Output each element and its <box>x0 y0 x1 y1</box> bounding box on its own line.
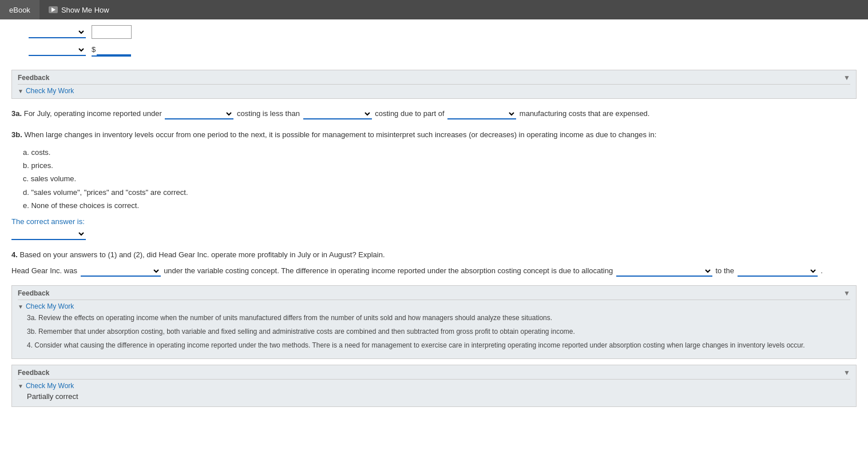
check-my-work-3[interactable]: Check My Work <box>18 382 850 390</box>
feedback-label-1: Feedback <box>18 74 49 82</box>
answer-choices-3b: a. costs. b. prices. c. sales volume. d.… <box>23 146 857 213</box>
question-3a: 3a. For July, operating income reported … <box>11 108 857 120</box>
show-me-how-tab[interactable]: Show Me How <box>39 0 118 19</box>
form-row-1 <box>29 25 857 39</box>
dollar-input-wrapper: $ <box>92 43 131 57</box>
ebook-label: eBook <box>9 6 30 14</box>
check-my-work-1[interactable]: Check My Work <box>18 87 850 95</box>
question-3a-text-middle1: costing is less than <box>237 109 300 118</box>
dollar-input[interactable] <box>97 43 131 55</box>
form-row-2: $ <box>29 43 857 57</box>
question-3a-text-middle2: costing due to part of <box>375 109 444 118</box>
feedback-body-3b: 3b. Remember that under absorption costi… <box>27 326 850 337</box>
question-3a-select3[interactable]: fixed variable <box>447 109 516 119</box>
feedback-body-3a: 3a. Review the effects on operating inco… <box>27 313 850 323</box>
question-3b-label: 3b. <box>11 130 22 139</box>
feedback-body-2: 3a. Review the effects on operating inco… <box>18 310 850 355</box>
choice-c: c. sales volume. <box>23 172 857 185</box>
top-navigation: eBook Show Me How <box>0 0 868 19</box>
check-my-work-2[interactable]: Check My Work <box>18 302 850 310</box>
question-3a-text-after: manufacturing costs that are expensed. <box>520 109 650 118</box>
video-icon <box>49 6 58 13</box>
question-4-sentence-end: . <box>821 266 823 275</box>
question-4-answer: Head Gear Inc. was more profitable less … <box>11 265 857 277</box>
top-input-box-1[interactable] <box>92 25 132 39</box>
feedback-section-3: Feedback ▼ Check My Work Partially corre… <box>11 365 857 407</box>
feedback-body-4: 4. Consider what causing the difference … <box>27 340 850 350</box>
feedback-toggle-1[interactable]: ▼ <box>843 74 850 82</box>
feedback-toggle-3[interactable]: ▼ <box>843 369 850 377</box>
question-3a-select1[interactable]: variable absorption <box>165 109 233 119</box>
feedback-header-2: Feedback ▼ <box>18 289 850 297</box>
question-3a-label: 3a. <box>11 109 22 118</box>
feedback-toggle-2[interactable]: ▼ <box>843 289 850 297</box>
choice-b: b. prices. <box>23 159 857 172</box>
choice-e: e. None of these choices is correct. <box>23 199 857 212</box>
question-4-select2[interactable]: fixed manufacturing costs variable costs <box>616 266 712 277</box>
ebook-tab[interactable]: eBook <box>0 0 39 19</box>
main-content: $ Feedback ▼ Check My Work 3a. For July,… <box>0 19 868 424</box>
question-4-text: Based on your answers to (1) and (2), di… <box>19 250 385 259</box>
partially-correct-status: Partially correct <box>18 390 850 403</box>
question-4-sentence-middle1: under the variable costing concept. The … <box>164 266 613 275</box>
top-select-1[interactable] <box>29 26 86 38</box>
answer-select-3b[interactable]: a b c d e <box>11 228 86 240</box>
divider-1 <box>18 84 850 85</box>
feedback-header-1: Feedback ▼ <box>18 74 850 82</box>
feedback-label-3: Feedback <box>18 369 49 377</box>
feedback-header-3: Feedback ▼ <box>18 369 850 377</box>
divider-3 <box>18 379 850 380</box>
question-3b-text: When large changes in inventory levels o… <box>24 130 656 139</box>
question-4-sentence-before: Head Gear Inc. was <box>11 266 77 275</box>
question-4-select1[interactable]: more profitable less profitable <box>81 266 161 277</box>
show-me-how-label: Show Me How <box>61 6 109 14</box>
answer-select-wrapper: a b c d e <box>11 228 857 240</box>
feedback-section-1: Feedback ▼ Check My Work <box>11 70 857 99</box>
question-3a-select2[interactable]: variable absorption <box>303 109 372 119</box>
feedback-label-2: Feedback <box>18 289 49 297</box>
question-4-select3[interactable]: units sold units produced <box>738 266 818 277</box>
question-3b: 3b. When large changes in inventory leve… <box>11 129 857 141</box>
question-4-header: 4. Based on your answers to (1) and (2),… <box>11 249 857 261</box>
choice-d: d. "sales volume", "prices" and "costs" … <box>23 186 857 199</box>
feedback-section-2: Feedback ▼ Check My Work 3a. Review the … <box>11 285 857 359</box>
divider-2 <box>18 300 850 300</box>
correct-answer-label: The correct answer is: <box>11 217 857 226</box>
question-4-sentence-middle2: to the <box>715 266 734 275</box>
top-select-2[interactable] <box>29 44 86 56</box>
question-3a-text-before: For July, operating income reported unde… <box>24 109 162 118</box>
dollar-sign: $ <box>92 45 97 54</box>
top-form-area: $ <box>11 19 857 64</box>
question-4-label: 4. <box>11 250 18 259</box>
choice-a: a. costs. <box>23 146 857 159</box>
